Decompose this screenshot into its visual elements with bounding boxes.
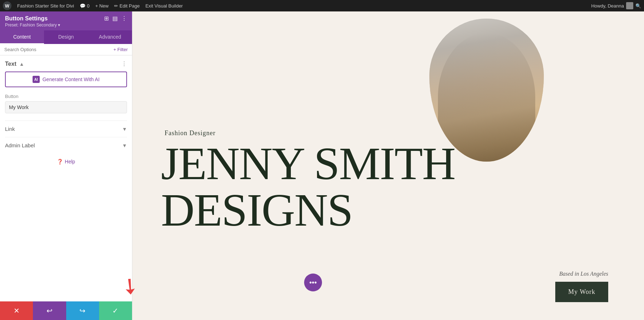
hero-section: Fashion Designer JENNY SMITH DESIGNS Bas…: [132, 11, 644, 320]
redo-button[interactable]: ↪: [66, 301, 99, 320]
my-work-canvas-button[interactable]: My Work: [555, 282, 608, 302]
hero-name: JENNY SMITH DESIGNS: [161, 140, 455, 233]
tab-advanced[interactable]: Advanced: [88, 30, 132, 44]
search-icon[interactable]: 🔍: [635, 3, 641, 9]
dots-fab-icon: •••: [309, 279, 317, 287]
exit-visual-builder-button[interactable]: Exit Visual Builder: [145, 3, 183, 9]
tab-design[interactable]: Design: [44, 30, 88, 44]
save-button[interactable]: ✓: [99, 301, 132, 320]
panel-title: Button Settings: [5, 15, 48, 22]
filter-button[interactable]: + Filter: [113, 47, 128, 52]
wp-admin-bar: W Fashion Starter Site for Divi 💬 0 + Ne…: [0, 0, 644, 11]
help-label: Help: [65, 159, 75, 164]
panel-tabs: Content Design Advanced: [0, 30, 132, 44]
cancel-icon: ✕: [14, 306, 20, 315]
link-section-title: Link: [5, 126, 15, 132]
edit-page-button[interactable]: ✏ Edit Page: [114, 3, 140, 9]
help-button[interactable]: ❓ Help: [57, 159, 75, 164]
admin-label-section: Admin Label ▼: [5, 137, 127, 153]
based-in-label: Based in Los Angeles: [559, 271, 608, 277]
tab-content[interactable]: Content: [0, 30, 44, 44]
generate-content-label: Generate Content With AI: [43, 77, 100, 82]
admin-label-header[interactable]: Admin Label ▼: [5, 142, 127, 153]
canvas-area: Fashion Designer JENNY SMITH DESIGNS Bas…: [132, 11, 644, 320]
panel-layout-icon[interactable]: ▤: [112, 15, 118, 22]
dots-fab-button[interactable]: •••: [304, 274, 322, 291]
admin-label-chevron-icon: ▼: [122, 143, 127, 148]
hero-name-line1: JENNY SMITH: [161, 140, 455, 187]
link-section: Link ▼: [5, 120, 127, 137]
site-name[interactable]: Fashion Starter Site for Divi: [17, 3, 74, 9]
panel-header-icons: ⊞ ▤ ⋮: [104, 15, 127, 22]
main-layout: Button Settings ⊞ ▤ ⋮ Preset: Fashion Se…: [0, 11, 644, 320]
link-chevron-icon: ▼: [122, 126, 127, 132]
section-collapse-icon[interactable]: ▲: [19, 61, 24, 67]
redo-icon: ↪: [79, 306, 86, 315]
panel-search: + Filter: [0, 44, 132, 55]
undo-icon: ↩: [47, 306, 53, 315]
fashion-designer-label: Fashion Designer: [165, 129, 215, 137]
search-input[interactable]: [4, 47, 111, 52]
help-icon: ❓: [57, 159, 63, 164]
button-field-label: Button: [5, 94, 127, 99]
comment-icon[interactable]: 💬 0: [80, 3, 89, 9]
panel-settings-icon[interactable]: ⊞: [104, 15, 109, 22]
help-section: ❓ Help: [5, 153, 127, 170]
panel-content: Text ▲ ⋮ AI Generate Content With AI But…: [0, 55, 132, 320]
left-panel: Button Settings ⊞ ▤ ⋮ Preset: Fashion Se…: [0, 11, 132, 320]
save-icon: ✓: [112, 306, 118, 315]
admin-label-title: Admin Label: [5, 142, 35, 148]
wp-logo-icon[interactable]: W: [3, 1, 11, 10]
panel-header: Button Settings ⊞ ▤ ⋮ Preset: Fashion Se…: [0, 11, 132, 30]
section-title-text: Text: [5, 61, 16, 67]
link-section-header[interactable]: Link ▼: [5, 126, 127, 137]
howdy-label: Howdy, Deanna 🔍: [591, 2, 641, 9]
undo-button[interactable]: ↩: [33, 301, 66, 320]
avatar: [626, 2, 633, 9]
hero-name-line2: DESIGNS: [161, 187, 455, 233]
new-button[interactable]: + New: [95, 3, 108, 9]
cancel-button[interactable]: ✕: [0, 301, 33, 320]
button-text-input[interactable]: [5, 101, 127, 113]
section-options-icon[interactable]: ⋮: [121, 60, 127, 67]
ai-icon: AI: [33, 76, 40, 83]
generate-content-button[interactable]: AI Generate Content With AI: [5, 72, 127, 87]
panel-more-icon[interactable]: ⋮: [121, 15, 127, 22]
panel-preset[interactable]: Preset: Fashion Secondary ▾: [5, 23, 127, 28]
bottom-bar: ✕ ↩ ↪ ✓: [0, 301, 132, 320]
text-section-header: Text ▲ ⋮: [5, 60, 127, 67]
